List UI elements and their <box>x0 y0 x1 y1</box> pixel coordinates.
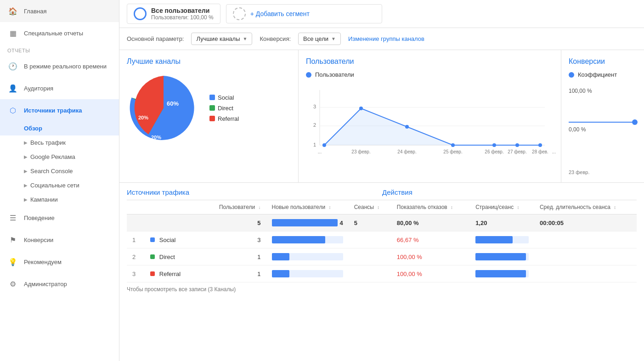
th-pages-session[interactable]: Страниц/сеанс ↕ <box>470 200 534 214</box>
row3-sessions <box>349 265 391 282</box>
add-segment-label[interactable]: + Добавить сегмент <box>250 10 310 17</box>
row3-pages <box>470 265 534 282</box>
footer-note: Чтобы просмотреть все записи (3 Каналы) <box>127 282 637 296</box>
row1-channel[interactable]: Social <box>145 231 204 248</box>
svg-point-16 <box>515 143 519 147</box>
sidebar-label-admin: Администратор <box>24 281 67 288</box>
sidebar-label-search-console: Search Console <box>30 168 73 175</box>
row1-duration <box>534 231 637 248</box>
total-new-users-cell: 4 <box>272 219 343 226</box>
total-new-users: 4 <box>266 214 349 231</box>
sidebar-item-special[interactable]: ▦ Специальные отчеты <box>0 22 119 44</box>
sidebar-item-google-ads[interactable]: ▶ Google Реклама <box>0 150 119 164</box>
table-row: 1 Social 3 66, <box>127 231 637 248</box>
controls-bar: Основной параметр: Лучшие каналы ▼ Конве… <box>119 28 644 50</box>
sidebar-item-behavior[interactable]: ☰ Поведение <box>0 207 119 229</box>
row3-new-users-cell <box>272 270 343 277</box>
total-new-users-fill <box>272 219 338 226</box>
sidebar-label-recommend: Рекомендуем <box>24 259 62 265</box>
row2-sessions <box>349 248 391 265</box>
row1-bounce-value: 66,67 % <box>397 237 419 243</box>
row3-bounce: 100,00 % <box>391 265 470 282</box>
total-pages-cell: 1,20 <box>475 220 529 226</box>
svg-text:2: 2 <box>313 122 316 128</box>
row3-duration <box>534 265 637 282</box>
legend-referral: Referral <box>209 115 239 122</box>
line-chart-svg: 1 2 3 <box>306 85 554 164</box>
line-chart-section: Пользователи Пользователи 1 2 3 <box>299 50 561 182</box>
row1-pages-cell <box>475 236 529 243</box>
legend-label-referral: Referral <box>218 115 239 122</box>
row2-color <box>150 254 155 259</box>
sidebar-item-audience[interactable]: 👤 Аудитория <box>0 77 119 99</box>
svg-text:1: 1 <box>313 142 316 147</box>
th-new-users[interactable]: Новые пользователи ↕ <box>266 200 349 214</box>
sidebar-label-social: Социальные сети <box>30 182 79 189</box>
all-users-segment[interactable]: Все пользователи Пользователи: 100,00 % <box>127 4 220 24</box>
th-bounce[interactable]: Показатель отказов ↕ <box>391 200 470 214</box>
total-bounce-value: 80,00 % <box>397 220 419 226</box>
legend-label-direct: Direct <box>218 105 233 112</box>
conversion-select[interactable]: Все цели ▼ <box>298 33 341 45</box>
conv-legend-label: Коэффициент <box>578 71 617 78</box>
row1-pages-bar <box>475 236 529 243</box>
conv-legend-dot <box>569 72 574 78</box>
svg-point-13 <box>405 125 409 129</box>
sidebar-item-overview[interactable]: Обзор <box>0 121 119 135</box>
legend-dot-referral <box>209 116 215 121</box>
total-pages-session: 1,20 <box>470 214 534 231</box>
row2-channel[interactable]: Direct <box>145 248 204 265</box>
svg-text:20%: 20% <box>138 115 148 120</box>
sidebar-label-all-traffic: Весь трафик <box>30 139 66 146</box>
row2-pages <box>470 248 534 265</box>
total-new-users-value: 4 <box>339 220 343 226</box>
sidebar-item-home[interactable]: 🏠 Главная <box>0 0 119 22</box>
primary-param-label: Основной параметр: <box>127 35 184 42</box>
table-header-row: Пользователи ↓ Новые пользователи ↕ Сеан… <box>127 200 637 214</box>
sidebar-item-social[interactable]: ▶ Социальные сети <box>0 178 119 192</box>
th-users[interactable]: Пользователи ↓ <box>204 200 266 214</box>
svg-text:...: ... <box>552 149 556 154</box>
sidebar-item-traffic[interactable]: ⬡ Источники трафика <box>0 99 119 121</box>
legend-dot-social <box>209 95 215 100</box>
traffic-icon: ⬡ <box>7 105 18 116</box>
primary-param-value: Лучшие каналы <box>196 35 240 42</box>
sidebar-item-conversions[interactable]: ⚑ Конверсии <box>0 229 119 251</box>
svg-point-15 <box>492 143 496 147</box>
add-segment-chip[interactable]: + Добавить сегмент <box>226 4 382 23</box>
th-avg-duration[interactable]: Сред. длительность сеанса ↕ <box>534 200 637 214</box>
conversion-value: Все цели <box>303 35 328 42</box>
segment-text: Все пользователи Пользователи: 100,00 % <box>151 7 214 21</box>
primary-param-select[interactable]: Лучшие каналы ▼ <box>191 33 252 45</box>
row1-pages <box>470 231 534 248</box>
row1-pages-fill <box>475 236 513 243</box>
svg-point-11 <box>322 143 326 147</box>
row3-channel[interactable]: Referral <box>145 265 204 282</box>
line-chart-title: Пользователи <box>306 57 554 66</box>
legend-dot-direct <box>209 105 215 111</box>
total-sessions-value: 5 <box>354 220 357 226</box>
sidebar-item-recommend[interactable]: 💡 Рекомендуем <box>0 251 119 273</box>
sidebar-item-search-console[interactable]: ▶ Search Console <box>0 164 119 178</box>
total-pages-value: 1,20 <box>475 220 487 226</box>
svg-text:3: 3 <box>313 104 316 109</box>
sort-sessions-icon: ↕ <box>377 205 379 210</box>
th-sessions[interactable]: Сеансы ↕ <box>349 200 391 214</box>
pie-svg: 60% 20% 20% <box>127 71 200 145</box>
row2-bounce-value: 100,00 % <box>397 254 422 260</box>
chevron-icon-ads: ▶ <box>24 154 28 159</box>
sidebar-item-campaigns[interactable]: ▶ Кампании <box>0 192 119 207</box>
chevron-icon: ▶ <box>24 140 28 145</box>
actions-table-title: Действия <box>382 188 412 196</box>
sidebar-item-admin[interactable]: ⚙ Администратор <box>0 273 119 295</box>
change-group-link[interactable]: Изменение группы каналов <box>348 35 424 42</box>
table-row: 3 Referral 1 1 <box>127 265 637 282</box>
sidebar-item-realtime[interactable]: 🕐 В режиме реального времени <box>0 55 119 77</box>
row2-new-users-fill <box>272 253 290 260</box>
sidebar-item-all-traffic[interactable]: ▶ Весь трафик <box>0 135 119 150</box>
svg-text:20%: 20% <box>151 135 161 140</box>
row2-num: 2 <box>127 248 145 265</box>
row3-pages-fill <box>475 270 526 277</box>
row1-num: 1 <box>127 231 145 248</box>
sidebar-label-home: Главная <box>24 8 46 15</box>
